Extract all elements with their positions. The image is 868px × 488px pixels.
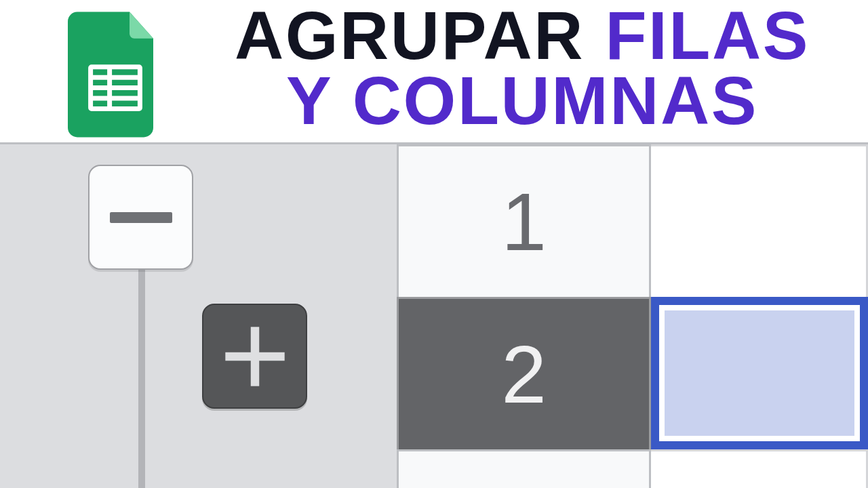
svg-rect-6 — [225, 352, 284, 360]
title-line-2: Y COLUMNAS — [183, 66, 861, 134]
plus-icon — [220, 321, 290, 392]
minus-icon — [110, 212, 172, 223]
row-header-2[interactable]: 2 — [397, 297, 651, 449]
google-sheets-icon — [68, 10, 163, 139]
row-header-3[interactable] — [397, 449, 651, 488]
row-header-column: 1 2 — [397, 144, 651, 488]
row-number: 1 — [501, 175, 547, 268]
spreadsheet-closeup: 1 2 — [0, 142, 868, 488]
cell-a3[interactable] — [651, 449, 868, 488]
cells-column-a — [651, 144, 868, 488]
group-outline-line — [138, 270, 145, 488]
collapse-group-button[interactable] — [88, 165, 193, 270]
cell-a2-selected[interactable] — [651, 297, 868, 449]
grouping-gutter — [0, 142, 397, 488]
row-number: 2 — [501, 327, 547, 421]
page-title: AGRUPAR FILAS Y COLUMNAS — [183, 1, 861, 134]
row-header-1[interactable]: 1 — [397, 144, 651, 297]
expand-group-button[interactable] — [202, 304, 307, 409]
cell-a1[interactable] — [651, 144, 868, 297]
title-line-1: AGRUPAR FILAS — [183, 1, 861, 69]
title-banner: AGRUPAR FILAS Y COLUMNAS — [0, 0, 868, 142]
